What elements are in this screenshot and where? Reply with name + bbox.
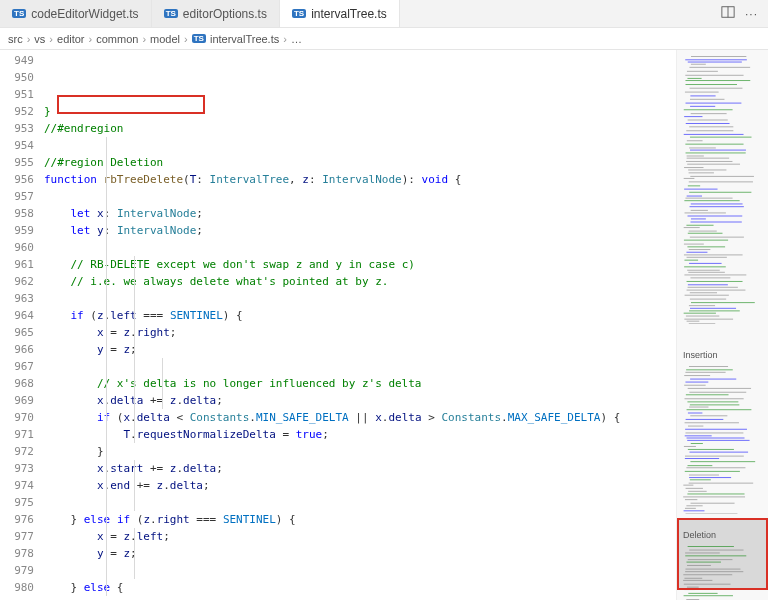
line-number[interactable]: 955 <box>0 154 34 171</box>
code-line[interactable]: if (z.left === SENTINEL) { <box>44 307 676 324</box>
svg-rect-139 <box>686 513 738 514</box>
line-number[interactable]: 971 <box>0 426 34 443</box>
line-number[interactable]: 968 <box>0 375 34 392</box>
svg-rect-23 <box>689 126 733 127</box>
line-number[interactable]: 961 <box>0 256 34 273</box>
line-number[interactable]: 978 <box>0 545 34 562</box>
code-line[interactable]: x.delta += z.delta; <box>44 392 676 409</box>
line-number[interactable]: 970 <box>0 409 34 426</box>
line-number[interactable]: 958 <box>0 205 34 222</box>
line-number[interactable]: 967 <box>0 358 34 375</box>
line-number[interactable]: 960 <box>0 239 34 256</box>
line-number[interactable]: 959 <box>0 222 34 239</box>
code-line[interactable]: } else if (z.right === SENTINEL) { <box>44 511 676 528</box>
more-actions-icon[interactable]: ··· <box>745 7 758 21</box>
code-line[interactable]: let y: IntervalNode; <box>44 222 676 239</box>
crumb-trailing[interactable]: … <box>291 33 302 45</box>
split-editor-icon[interactable] <box>721 5 735 22</box>
svg-rect-18 <box>684 109 733 110</box>
line-number[interactable]: 957 <box>0 188 34 205</box>
code-line[interactable]: function rbTreeDelete(T: IntervalTree, z… <box>44 171 676 188</box>
code-line[interactable]: //#region Deletion <box>44 154 676 171</box>
line-number[interactable]: 972 <box>0 443 34 460</box>
crumb[interactable]: common <box>96 33 138 45</box>
line-number[interactable]: 954 <box>0 137 34 154</box>
line-number[interactable]: 953 <box>0 120 34 137</box>
svg-rect-99 <box>686 394 729 395</box>
code-line[interactable]: y = z; <box>44 545 676 562</box>
line-number[interactable]: 980 <box>0 579 34 596</box>
line-number[interactable]: 979 <box>0 562 34 579</box>
crumb[interactable]: src <box>8 33 23 45</box>
svg-rect-131 <box>688 491 706 492</box>
tab-codeeditorwidget[interactable]: TS codeEditorWidget.ts <box>0 0 152 27</box>
line-number[interactable]: 965 <box>0 324 34 341</box>
svg-rect-93 <box>684 375 710 376</box>
breadcrumb[interactable]: src › vs › editor › common › model › TS … <box>0 28 768 50</box>
svg-rect-94 <box>690 379 736 380</box>
code-line[interactable]: x.start += z.delta; <box>44 460 676 477</box>
line-number[interactable]: 952 <box>0 103 34 120</box>
line-number[interactable]: 962 <box>0 273 34 290</box>
ts-icon: TS <box>292 9 306 18</box>
line-number[interactable]: 976 <box>0 511 34 528</box>
svg-rect-12 <box>690 88 743 89</box>
svg-rect-70 <box>687 270 720 271</box>
line-number-gutter[interactable]: 9499509519529539549559569579589599609619… <box>0 50 44 600</box>
code-line[interactable]: x = z.right; <box>44 324 676 341</box>
tab-intervaltree[interactable]: TS intervalTree.ts <box>280 0 400 27</box>
code-line[interactable] <box>44 137 676 154</box>
code-line[interactable] <box>44 562 676 579</box>
svg-rect-132 <box>687 493 744 494</box>
code-line[interactable]: x.end += z.delta; <box>44 477 676 494</box>
code-line[interactable]: // x's delta is no longer influenced by … <box>44 375 676 392</box>
crumb[interactable]: editor <box>57 33 85 45</box>
code-content[interactable]: }//#endregion//#region Deletionfunction … <box>44 50 676 600</box>
line-number[interactable]: 964 <box>0 307 34 324</box>
line-number[interactable]: 973 <box>0 460 34 477</box>
crumb-file[interactable]: intervalTree.ts <box>210 33 279 45</box>
line-number[interactable]: 950 <box>0 69 34 86</box>
code-line[interactable]: // RB-DELETE except we don't swap z and … <box>44 256 676 273</box>
line-number[interactable]: 975 <box>0 494 34 511</box>
crumb[interactable]: model <box>150 33 180 45</box>
code-line[interactable]: } <box>44 443 676 460</box>
crumb[interactable]: vs <box>34 33 45 45</box>
code-line[interactable] <box>44 188 676 205</box>
code-line[interactable]: y = leftest(z.right); <box>44 596 676 600</box>
code-line[interactable]: x = z.left; <box>44 528 676 545</box>
editor: 9499509519529539549559569579589599609619… <box>0 50 768 600</box>
code-line[interactable] <box>44 358 676 375</box>
code-line[interactable]: y = z; <box>44 341 676 358</box>
code-line[interactable] <box>44 239 676 256</box>
svg-rect-152 <box>684 584 731 585</box>
line-number[interactable]: 951 <box>0 86 34 103</box>
svg-rect-96 <box>684 385 705 386</box>
tab-editoroptions[interactable]: TS editorOptions.ts <box>152 0 280 27</box>
code-line[interactable]: let x: IntervalNode; <box>44 205 676 222</box>
svg-rect-21 <box>688 119 728 120</box>
svg-rect-103 <box>689 407 708 408</box>
code-line[interactable]: } else { <box>44 579 676 596</box>
svg-rect-36 <box>684 167 703 168</box>
code-line[interactable] <box>44 290 676 307</box>
line-number[interactable]: 966 <box>0 341 34 358</box>
line-number[interactable]: 956 <box>0 171 34 188</box>
svg-rect-58 <box>688 233 723 234</box>
minimap[interactable]: Insertion Deletion <box>676 50 768 600</box>
code-line[interactable]: T.requestNormalizeDelta = true; <box>44 426 676 443</box>
code-line[interactable]: } <box>44 103 676 120</box>
line-number[interactable]: 949 <box>0 52 34 69</box>
line-number[interactable]: 977 <box>0 528 34 545</box>
line-number[interactable]: 963 <box>0 290 34 307</box>
code-line[interactable]: if (x.delta < Constants.MIN_SAFE_DELTA |… <box>44 409 676 426</box>
code-line[interactable]: //#endregion <box>44 120 676 137</box>
svg-rect-98 <box>689 392 746 393</box>
code-line[interactable]: // i.e. we always delete what's pointed … <box>44 273 676 290</box>
tab-label: editorOptions.ts <box>183 7 267 21</box>
line-number[interactable]: 974 <box>0 477 34 494</box>
svg-rect-140 <box>688 546 734 547</box>
svg-rect-119 <box>685 456 744 457</box>
code-line[interactable] <box>44 494 676 511</box>
line-number[interactable]: 969 <box>0 392 34 409</box>
